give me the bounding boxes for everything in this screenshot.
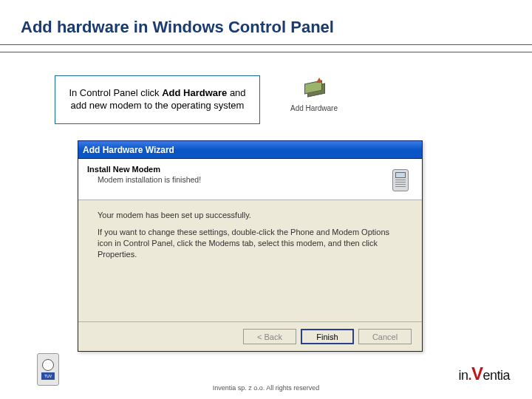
add-hardware-wizard-window: Add Hardware Wizard Install New Modem Mo… <box>78 140 423 352</box>
logo-text-entia: entia <box>482 368 510 383</box>
tuv-ring-icon <box>42 359 54 371</box>
slide-title: Add hardware in Windows Control Panel <box>21 18 334 37</box>
inventia-logo: in.Ventia <box>458 364 510 384</box>
add-hardware-icon <box>301 78 327 100</box>
logo-text-in: in <box>458 368 468 383</box>
wizard-header-title: Install New Modem <box>87 165 413 174</box>
wizard-body-instructions-text: If you want to change these settings, do… <box>98 227 403 260</box>
wizard-header-subtitle: Modem installation is finished! <box>98 175 413 184</box>
cancel-button: Cancel <box>358 329 412 344</box>
tuv-cert-badge: TUV <box>37 353 59 386</box>
window-title-text: Add Hardware Wizard <box>83 145 174 155</box>
add-hardware-icon-label: Add Hardware <box>281 104 347 112</box>
back-button: < Back <box>243 329 296 344</box>
finish-button[interactable]: Finish <box>301 329 354 344</box>
instruction-text-prefix: In Control Panel click <box>69 87 162 98</box>
logo-text-v: V <box>471 364 483 383</box>
divider <box>0 52 532 52</box>
modem-phone-icon <box>388 165 415 196</box>
window-titlebar[interactable]: Add Hardware Wizard <box>78 141 422 159</box>
wizard-body: Your modem has been set up successfully.… <box>78 200 422 270</box>
tuv-label: TUV <box>41 372 55 380</box>
wizard-button-row: < Back Finish Cancel <box>78 321 422 351</box>
divider <box>0 44 532 45</box>
wizard-body-success-text: Your modem has been set up successfully. <box>98 211 403 219</box>
footer-copyright: Inventia sp. z o.o. All rights reserved <box>213 384 320 392</box>
wizard-header: Install New Modem Modem installation is … <box>78 159 422 200</box>
instruction-box: In Control Panel click Add Hardware and … <box>55 75 260 124</box>
add-hardware-control-panel-item[interactable]: Add Hardware <box>281 78 347 112</box>
instruction-text-bold: Add Hardware <box>162 87 227 98</box>
